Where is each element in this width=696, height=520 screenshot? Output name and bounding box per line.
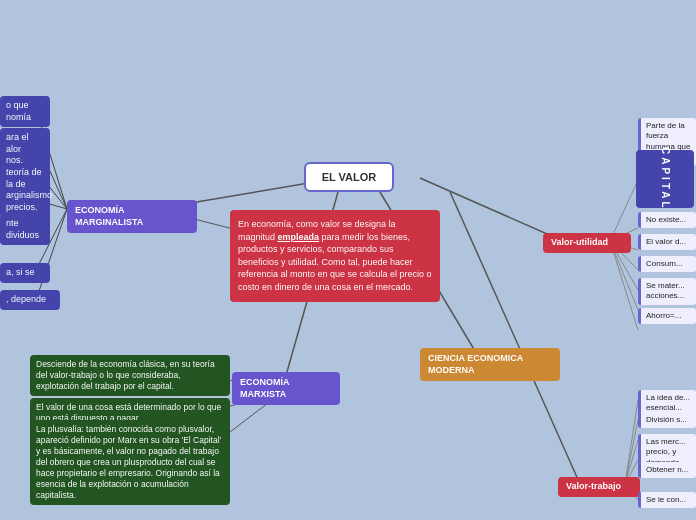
valor-utilidad-node: Valor-utilidad bbox=[543, 233, 631, 253]
right-bot-2: División s... bbox=[638, 412, 696, 428]
marginalista-node: ECONOMÍA MARGINALISTA bbox=[67, 200, 197, 233]
right-top-5: Consum... bbox=[638, 256, 696, 272]
svg-line-13 bbox=[625, 420, 638, 484]
svg-line-10 bbox=[610, 241, 638, 330]
ciencia-node: CIENCIA ECONOMICA MODERNA bbox=[420, 348, 560, 381]
central-node: EL VALOR bbox=[304, 162, 394, 192]
bottom-green-3: La plusvalía: también conocida como plus… bbox=[30, 420, 230, 505]
right-top-3: No existe... bbox=[638, 212, 696, 228]
left-node-6: , depende bbox=[0, 290, 60, 310]
capital-node: CAPITAL bbox=[636, 150, 694, 208]
right-top-7: Ahorro=... bbox=[638, 308, 696, 324]
left-node-1: o que nomía bbox=[0, 96, 50, 127]
right-bot-5: Se le con... bbox=[638, 492, 696, 508]
right-top-4: El valor d... bbox=[638, 234, 696, 250]
left-node-3: teoría dela dearginalismoprecios. bbox=[0, 163, 50, 218]
description-highlight: empleada bbox=[278, 232, 320, 242]
left-node-4: ntedividuos bbox=[0, 214, 50, 245]
right-top-6: Se mater... acciones... bbox=[638, 278, 696, 305]
right-bot-4: Obtener n... bbox=[638, 462, 696, 478]
marxista-node: ECONOMÍA MARXISTA bbox=[232, 372, 340, 405]
svg-line-4 bbox=[420, 178, 563, 241]
bottom-green-1: Desciende de la economía clásica, en su … bbox=[30, 355, 230, 396]
svg-line-26 bbox=[610, 180, 638, 241]
description-node: En economía, como valor se designa la ma… bbox=[230, 210, 440, 302]
svg-line-12 bbox=[625, 400, 638, 484]
valor-trabajo-node: Valor-trabajo bbox=[558, 477, 640, 497]
left-node-5: a, si se bbox=[0, 263, 50, 283]
